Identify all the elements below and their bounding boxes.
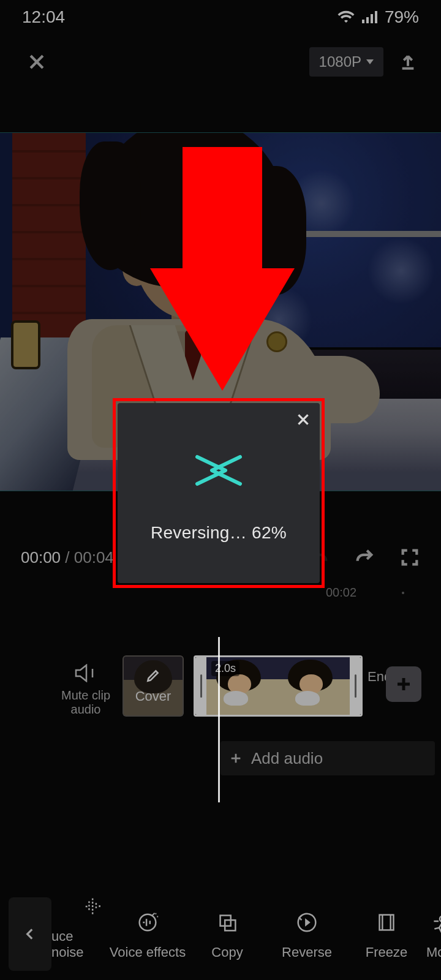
status-battery: 79% [385, 7, 419, 27]
tool-label: Voice effects [110, 944, 186, 960]
resolution-value: 1080P [319, 53, 361, 70]
status-time: 12:04 [22, 7, 65, 27]
copy-icon [214, 910, 240, 935]
tool-reverse[interactable]: Reverse [267, 909, 347, 960]
freeze-icon [374, 910, 399, 935]
voice-effects-icon [135, 910, 160, 935]
add-audio-label: Add audio [251, 749, 323, 768]
plus-icon [394, 675, 413, 693]
editor-top-bar: 1080P [0, 34, 441, 89]
clip-trim-handle-right[interactable] [350, 657, 361, 715]
reverse-icon [294, 910, 320, 935]
timeline[interactable]: Mute clip audio Cover 2.0s Ending [0, 655, 441, 747]
tool-label: Freeze [366, 944, 407, 960]
ruler-tick: 00:02 [326, 586, 356, 600]
upload-icon [398, 52, 418, 72]
svg-rect-3 [375, 11, 377, 23]
svg-rect-1 [366, 17, 369, 23]
chevron-left-icon [22, 926, 38, 942]
svg-rect-2 [371, 14, 373, 23]
timeline-playhead[interactable] [218, 637, 220, 802]
motion-icon [426, 910, 441, 935]
cover-tile[interactable]: Cover [123, 655, 184, 717]
plus-icon [229, 752, 243, 765]
reduce-noise-icon [82, 894, 108, 919]
add-clip-button[interactable] [386, 666, 421, 702]
dialog-progress-text: Reversing… 62% [151, 523, 287, 543]
reversing-progress-dialog: Reversing… 62% [118, 403, 320, 583]
fullscreen-icon [399, 547, 420, 568]
resolution-dropdown[interactable]: 1080P [309, 47, 383, 77]
dialog-close-button[interactable] [295, 412, 311, 430]
fullscreen-button[interactable] [399, 547, 420, 568]
timeline-ruler[interactable]: 00:02 [0, 586, 441, 604]
svg-point-5 [140, 914, 156, 931]
add-audio-button[interactable]: Add audio [221, 741, 435, 775]
tool-label: uce noise [51, 929, 108, 960]
mute-clip-audio-button[interactable]: Mute clip audio [49, 664, 123, 717]
tool-label: Copy [211, 944, 243, 960]
tool-copy[interactable]: Copy [187, 909, 267, 960]
capcut-logo-icon [192, 453, 245, 488]
status-bar: 12:04 79% [0, 0, 441, 34]
cover-label: Cover [135, 688, 172, 704]
pencil-icon [145, 668, 161, 684]
toolbar-back-button[interactable] [9, 897, 51, 971]
wifi-icon [337, 10, 355, 24]
tool-freeze[interactable]: Freeze [347, 909, 426, 960]
tool-voice-effects[interactable]: Voice effects [108, 909, 187, 960]
playback-current-time: 00:00 [21, 548, 61, 567]
bottom-toolbar: uce noise Voice effects Copy Reverse Fre… [0, 888, 441, 980]
mute-label-1: Mute clip [49, 688, 123, 703]
clip-trim-handle-left[interactable] [195, 657, 206, 715]
redo-icon [354, 547, 375, 568]
status-right: 79% [337, 7, 419, 27]
speaker-icon [74, 664, 97, 682]
chevron-down-icon [366, 59, 374, 64]
clip-duration-badge: 2.0s [211, 661, 239, 676]
svg-rect-9 [380, 915, 394, 930]
close-icon [26, 51, 47, 72]
playback-total-time: 00:04 [74, 548, 114, 567]
signal-icon [361, 10, 379, 24]
svg-rect-0 [362, 20, 364, 23]
export-button[interactable] [398, 52, 418, 72]
mute-label-2: audio [49, 703, 123, 717]
redo-button[interactable] [354, 547, 375, 568]
tool-reduce-noise[interactable]: uce noise [51, 893, 108, 960]
ruler-dot [402, 592, 404, 594]
tool-label: Reverse [282, 944, 332, 960]
close-button[interactable] [23, 48, 50, 75]
tool-motion-blur[interactable]: Motion l [426, 909, 441, 960]
close-icon [295, 412, 311, 428]
tool-label: Motion l [426, 944, 441, 960]
